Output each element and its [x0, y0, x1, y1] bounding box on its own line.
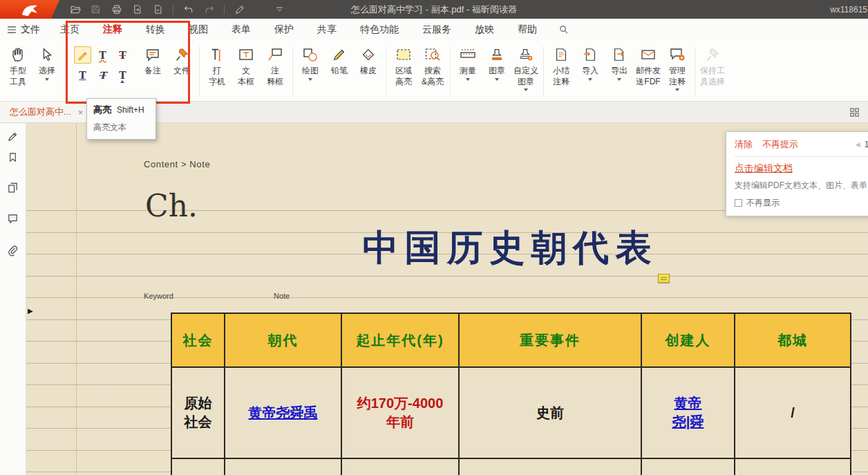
foxit-logo[interactable]	[0, 0, 59, 19]
tab-present[interactable]: 放映	[463, 19, 506, 40]
sticky-note-annotation-icon[interactable]	[658, 274, 670, 283]
tooltip-title: 高亮	[93, 104, 111, 116]
replace-text-tool[interactable]: T	[94, 66, 111, 84]
attachments-panel-icon[interactable]	[6, 243, 20, 257]
open-file-icon[interactable]	[69, 3, 81, 15]
tool-search-highlight[interactable]: 搜索 &高亮	[418, 45, 447, 87]
mail-icon	[640, 45, 657, 64]
chevron-down-icon	[617, 78, 621, 81]
ribbon-search-button[interactable]	[553, 19, 574, 40]
export-pdf-icon[interactable]	[131, 3, 143, 15]
page-indicator: 1 / 1	[865, 140, 868, 149]
tool-import-comments[interactable]: 导入	[576, 45, 605, 81]
tab-help[interactable]: 帮助	[506, 19, 549, 40]
tool-file-attachment[interactable]: 文件	[167, 45, 196, 77]
custom-stamp-icon	[518, 45, 534, 64]
sign-pen-icon[interactable]	[234, 3, 245, 15]
chevron-down-icon	[45, 78, 49, 81]
page-layout-button[interactable]	[849, 107, 860, 118]
page-thumbnails-icon[interactable]	[6, 180, 20, 194]
print-icon[interactable]	[111, 3, 122, 15]
bookmark-icon[interactable]	[6, 150, 20, 164]
strikeout-tool[interactable]: T	[114, 46, 131, 64]
tool-label: 导出	[611, 66, 628, 77]
tool-area-highlight[interactable]: 区域 高亮	[389, 45, 418, 87]
table-header: 创建人	[642, 314, 735, 368]
replace-icon: T	[99, 71, 106, 80]
founder-link[interactable]: 尧|舜	[672, 413, 704, 431]
close-tab-icon[interactable]: ×	[78, 108, 84, 117]
tool-label: 管理 注释	[669, 66, 686, 87]
customize-toolbar-icon[interactable]	[274, 3, 285, 15]
file-menu-button[interactable]: 文件	[0, 19, 48, 40]
tool-hand[interactable]: 手型 工具	[3, 45, 32, 87]
clear-link[interactable]: 清除	[735, 138, 753, 151]
tab-home[interactable]: 主页	[48, 19, 91, 40]
tab-cloud[interactable]: 云服务	[411, 19, 463, 40]
dont-show-checkbox[interactable]	[735, 199, 742, 207]
search-icon	[558, 24, 569, 35]
chevron-down-icon	[524, 89, 528, 91]
notice-description: 支持编辑PDF文档文本、图片、表单	[735, 180, 868, 192]
edit-notice-panel: 清除 不再提示 ◀ 1 / 1 ▶ 点击编辑文档 支持编辑PDF文档文本、图片、…	[726, 131, 868, 216]
chapter-heading: Ch.	[145, 188, 198, 223]
squiggly-tool[interactable]: T	[94, 46, 111, 64]
insert-text-tool[interactable]: T	[114, 66, 131, 84]
document-viewport[interactable]: Content > Note Ch. 中国历史朝代表 Keyword Note …	[26, 123, 868, 475]
titlebar-separator	[224, 5, 225, 15]
redo-icon[interactable]	[203, 3, 215, 15]
tool-pencil[interactable]: 铅笔	[325, 45, 354, 77]
underline-tool[interactable]: T	[74, 66, 91, 84]
tool-typewriter[interactable]: 打 字机	[202, 45, 232, 87]
tool-textbox[interactable]: 文 本框	[232, 45, 261, 87]
menubar: 文件 主页 注释 转换 视图 表单 保护 共享 特色功能 云服务 放映 帮助	[0, 19, 868, 40]
document-tab[interactable]: 怎么面对高中... ×	[0, 102, 93, 122]
tool-manage-comments[interactable]: 管理 注释	[663, 45, 692, 91]
tool-select[interactable]: 选择	[32, 45, 62, 81]
tool-keep-selected[interactable]: 保持工 具选择	[698, 45, 727, 87]
fox-icon	[18, 2, 41, 17]
tool-export-comments[interactable]: 导出	[605, 45, 634, 81]
ruler-icon	[460, 45, 476, 64]
sidebar-expand-arrow-icon[interactable]: ▶	[28, 307, 33, 315]
founder-link[interactable]: 黄帝	[674, 394, 702, 413]
tool-eraser[interactable]: 橡皮	[354, 45, 383, 77]
manage-comments-icon	[669, 45, 686, 64]
tool-label: 注 释框	[267, 66, 283, 87]
tool-stamp[interactable]: 图章	[482, 45, 511, 81]
tool-drawing[interactable]: 绘图	[296, 45, 325, 81]
dynasty-link[interactable]: 黄帝尧舜禹	[249, 404, 318, 422]
tab-features[interactable]: 特色功能	[348, 19, 411, 40]
tool-note[interactable]: 备注	[138, 45, 167, 77]
tab-protect[interactable]: 保护	[263, 19, 305, 40]
chevron-down-icon	[588, 78, 592, 81]
textbox-icon	[238, 45, 254, 64]
tool-callout[interactable]: 注 释框	[261, 45, 290, 87]
convert-doc-icon[interactable]	[152, 3, 164, 15]
prev-page-icon[interactable]: ◀	[856, 141, 860, 148]
note-column-label: Note	[274, 292, 290, 300]
dont-show-again-row[interactable]: 不再显示	[735, 197, 868, 209]
callout-icon	[267, 45, 283, 64]
account-name[interactable]: wx118615	[830, 5, 868, 15]
ribbon-separator	[292, 46, 293, 96]
tab-view[interactable]: 视图	[177, 19, 220, 40]
save-icon[interactable]	[90, 3, 102, 15]
tool-summarize-comments[interactable]: 小结 注释	[547, 45, 576, 87]
tab-share[interactable]: 共享	[305, 19, 348, 40]
pushpin-icon	[174, 45, 189, 64]
summary-doc-icon	[554, 45, 569, 64]
highlight-tool[interactable]	[74, 46, 91, 64]
undo-icon[interactable]	[182, 3, 194, 15]
tab-form[interactable]: 表单	[220, 19, 263, 40]
tool-measure[interactable]: 测量	[453, 45, 482, 81]
tool-custom-stamp[interactable]: 自定义 图章	[511, 45, 540, 91]
edit-document-link[interactable]: 点击编辑文档	[735, 162, 793, 175]
chevron-down-icon	[466, 78, 470, 81]
annotate-pencil-icon[interactable]	[6, 129, 20, 143]
tab-comment[interactable]: 注释	[91, 19, 134, 40]
no-remind-link[interactable]: 不再提示	[762, 138, 798, 151]
comments-panel-icon[interactable]	[6, 212, 20, 225]
tab-convert[interactable]: 转换	[134, 19, 177, 40]
tool-email-fdf[interactable]: 邮件发 送FDF	[634, 45, 663, 87]
